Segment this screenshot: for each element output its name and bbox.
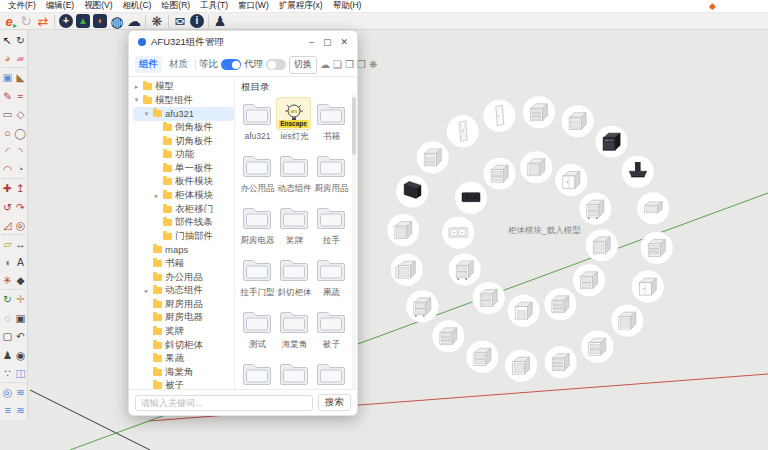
component-thumb-cabinet-2shelf[interactable] — [432, 320, 465, 353]
grid-item-3[interactable]: 办公用品 — [239, 149, 276, 195]
zoom-extents-tool[interactable]: ▢ — [1, 327, 14, 346]
component-thumb-cabinet-legs[interactable] — [579, 192, 612, 225]
select-tool[interactable]: ↖ — [1, 31, 14, 50]
paint-bucket-tool[interactable]: ◣ — [14, 68, 27, 87]
grid-item-12[interactable]: 测试 — [239, 305, 276, 351]
component-thumb-cabinet-legs[interactable] — [448, 253, 481, 286]
grid-item-14[interactable]: 被子 — [313, 305, 350, 351]
protractor-tool[interactable]: ◖ — [1, 253, 14, 272]
grid-item-16[interactable]: 门窗 — [276, 357, 313, 389]
menu-item-0[interactable]: 文件(F) — [3, 0, 41, 12]
look-around-tool[interactable]: ◉ — [14, 346, 27, 365]
tree-item-8[interactable]: ▸柜体模块 — [133, 189, 234, 203]
component-thumb-cabinet-open[interactable] — [520, 151, 553, 184]
two-point-arc-tool[interactable]: ◝ — [14, 142, 27, 161]
material-swatch-icon[interactable]: ◗ — [93, 14, 107, 28]
grid-scrollbar-thumb[interactable] — [352, 97, 356, 155]
component-thumb-cabinet-2shelf[interactable] — [544, 346, 577, 379]
tree-item-7[interactable]: 板件模块 — [133, 175, 234, 189]
tree-item-1[interactable]: ▾模型组件 — [133, 94, 234, 108]
sync-icon[interactable]: ↻ — [18, 14, 34, 29]
component-thumb-cabinet-2shelf[interactable] — [522, 96, 555, 129]
tree-item-12[interactable]: maps — [133, 243, 234, 257]
tree-item-15[interactable]: ▸动态组件 — [133, 284, 234, 298]
grid-item-5[interactable]: 厨房用品 — [313, 149, 350, 195]
tree-item-13[interactable]: 书籍 — [133, 257, 234, 271]
paint-sphere-tool[interactable]: ◕ — [1, 50, 14, 69]
component-thumb-cabinet-drawers[interactable] — [416, 141, 449, 174]
tree-item-6[interactable]: 单一板件 — [133, 162, 234, 176]
component-thumb-cabinet-open[interactable] — [611, 304, 644, 337]
component-thumb-cabinet-open[interactable] — [505, 349, 538, 382]
chevron-down-icon[interactable]: ▾ — [133, 96, 140, 104]
plugin-coins-tool[interactable]: ≡ — [1, 401, 14, 420]
component-tool[interactable]: ▣ — [1, 68, 14, 87]
position-camera-tool[interactable]: ♟ — [1, 346, 14, 365]
search-input[interactable] — [135, 395, 313, 411]
tree-item-2[interactable]: ▾afu321 — [133, 107, 234, 121]
grid-item-6[interactable]: 厨房电器 — [239, 201, 276, 247]
three-point-arc-tool[interactable]: ◠ — [1, 161, 14, 180]
tab-material[interactable]: 材质 — [165, 56, 192, 73]
tree-item-18[interactable]: 奖牌 — [133, 325, 234, 339]
line-tool[interactable]: ✎ — [1, 87, 14, 106]
grid-item-15[interactable]: 酒水饮料 — [239, 357, 276, 389]
cloud-upload-icon[interactable]: ☁ — [126, 14, 142, 29]
scale-tool[interactable]: ◿ — [1, 216, 14, 235]
menu-item-4[interactable]: 绘图(R) — [156, 0, 195, 12]
arc-tool[interactable]: ◜ — [1, 142, 14, 161]
tree-item-0[interactable]: ▸模型 — [133, 80, 234, 94]
tree-item-4[interactable]: 切角板件 — [133, 134, 234, 148]
chevron-down-icon[interactable]: ▾ — [143, 110, 150, 118]
tree-item-11[interactable]: 门抽部件 — [133, 230, 234, 244]
component-thumb-hood-angled[interactable] — [396, 175, 429, 208]
tree-item-14[interactable]: 办公用品 — [133, 270, 234, 284]
component-thumb-cabinet-shelf[interactable] — [483, 157, 516, 190]
component-thumb-cabinet-2shelf[interactable] — [544, 288, 577, 321]
folder-open-icon[interactable]: ❒ — [357, 59, 366, 70]
zoom-window-tool[interactable]: ▣ — [14, 309, 27, 328]
component-thumb-door[interactable] — [483, 99, 516, 132]
3d-text-tool[interactable]: ◆ — [14, 272, 27, 291]
grid-item-13[interactable]: 海棠角 — [276, 305, 313, 351]
component-thumb-cabinet-open[interactable] — [387, 214, 420, 247]
rectangle-tool[interactable]: ▭ — [1, 105, 14, 124]
offset-tool[interactable]: ◎ — [14, 216, 27, 235]
component-thumb-hood-t[interactable] — [621, 155, 654, 188]
menu-item-8[interactable]: 帮助(H) — [328, 0, 367, 12]
component-thumb-sink[interactable] — [442, 216, 475, 249]
component-thumb-cabinet-door[interactable] — [631, 270, 664, 303]
component-thumb-cabinet-shelf[interactable] — [472, 282, 505, 315]
plugin-wave-tool[interactable]: ≋ — [14, 383, 27, 402]
previous-view-tool[interactable]: ↶ — [14, 327, 27, 346]
minimize-button[interactable]: – — [309, 37, 314, 47]
search-button[interactable]: 搜索 — [318, 394, 351, 411]
grid-item-10[interactable]: 斜切柜体 — [276, 253, 313, 299]
add-circle-icon[interactable]: + — [59, 14, 73, 28]
tab-component[interactable]: 组件 — [135, 56, 162, 73]
grid-item-4[interactable]: 动态组件 — [276, 149, 313, 195]
axes-tool[interactable]: ✳ — [1, 272, 14, 291]
walk-tool[interactable]: ∵ — [1, 364, 14, 383]
folder-import-icon[interactable]: ❐ — [345, 59, 354, 70]
menu-item-5[interactable]: 工具(T) — [195, 0, 233, 12]
enscape-logo-icon[interactable]: e▸ — [1, 14, 17, 29]
component-thumb-corner[interactable] — [390, 253, 423, 286]
grid-item-1[interactable]: iesEnscapeies灯光 — [276, 97, 313, 143]
new-file-icon[interactable]: ❏ — [333, 59, 342, 70]
grid-item-17[interactable]: 围板样式 — [313, 357, 350, 389]
component-thumb-drawer[interactable] — [637, 192, 670, 225]
viewport-3d[interactable]: 柜体模块_载入模型 — [0, 30, 768, 450]
component-thumb-door-x[interactable] — [446, 115, 479, 148]
grid-item-9[interactable]: 拉手门型 — [239, 253, 276, 299]
tree-item-16[interactable]: 厨房用品 — [133, 298, 234, 312]
tree-item-5[interactable]: 功能 — [133, 148, 234, 162]
plugin-wave2-tool[interactable]: ≋ — [14, 401, 27, 420]
component-thumb-cooktop[interactable] — [455, 181, 488, 214]
switch-button[interactable]: 切换 — [289, 56, 317, 74]
rotate-view-tool[interactable]: ↻ — [14, 31, 27, 50]
follow-me-tool[interactable]: ↷ — [14, 198, 27, 217]
text-tool[interactable]: A — [14, 253, 27, 272]
menu-item-6[interactable]: 窗口(W) — [233, 0, 274, 12]
panorama-sphere-icon[interactable]: ◍ — [109, 14, 125, 29]
